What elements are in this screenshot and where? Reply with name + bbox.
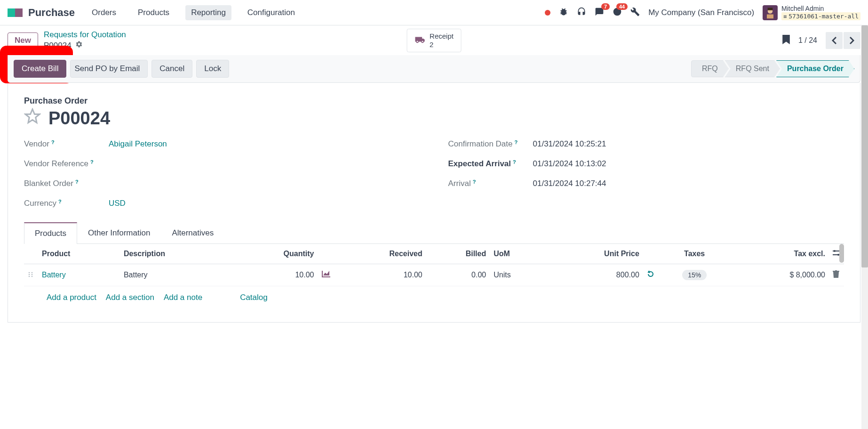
cell-quantity[interactable]: 10.00 bbox=[231, 264, 318, 286]
cancel-button[interactable]: Cancel bbox=[151, 60, 192, 78]
cell-received[interactable]: 10.00 bbox=[334, 264, 426, 286]
currency-label: Currency? bbox=[24, 199, 109, 208]
stage-purchase-order[interactable]: Purchase Order bbox=[776, 60, 854, 77]
help-icon[interactable]: ? bbox=[473, 179, 476, 185]
status-stages: RFQ RFQ Sent Purchase Order bbox=[691, 60, 854, 77]
table-scrollbar[interactable] bbox=[839, 244, 844, 263]
stage-rfq[interactable]: RFQ bbox=[691, 60, 729, 77]
delete-row-icon[interactable] bbox=[829, 264, 844, 286]
col-billed[interactable]: Billed bbox=[426, 244, 490, 264]
receipt-count: 2 bbox=[430, 40, 454, 49]
help-icon[interactable]: ? bbox=[58, 199, 62, 204]
forecast-chart-icon[interactable] bbox=[318, 264, 334, 286]
activities-icon[interactable]: 44 bbox=[613, 7, 622, 18]
catalog-link[interactable]: Catalog bbox=[240, 293, 268, 302]
nav-products[interactable]: Products bbox=[132, 5, 175, 20]
blanket-order-label: Blanket Order? bbox=[24, 179, 109, 188]
receipt-stat-button[interactable]: Receipt 2 bbox=[406, 29, 462, 52]
svg-point-12 bbox=[29, 276, 30, 277]
user-menu[interactable]: Mitchell Admin ≡57361061-master-all bbox=[763, 5, 860, 20]
help-icon[interactable]: ? bbox=[515, 139, 518, 145]
cell-description[interactable]: Battery bbox=[120, 264, 231, 286]
cell-tax-excl: $ 8,000.00 bbox=[731, 264, 829, 286]
messaging-badge: 7 bbox=[601, 3, 610, 10]
tools-icon[interactable] bbox=[630, 7, 640, 18]
arrival-field[interactable]: 01/31/2024 10:27:44 bbox=[533, 179, 606, 188]
col-received[interactable]: Received bbox=[334, 244, 426, 264]
vendor-label: Vendor? bbox=[24, 139, 109, 149]
company-selector[interactable]: My Company (San Francisco) bbox=[648, 8, 754, 17]
expected-arrival-label: Expected Arrival? bbox=[448, 159, 533, 169]
breadcrumb-parent[interactable]: Requests for Quotation bbox=[44, 30, 126, 40]
col-uom[interactable]: UoM bbox=[490, 244, 546, 264]
app-logo[interactable] bbox=[8, 8, 23, 17]
app-name[interactable]: Purchase bbox=[28, 7, 75, 19]
col-tax-excl[interactable]: Tax excl. bbox=[731, 244, 829, 264]
nav-orders[interactable]: Orders bbox=[86, 5, 122, 20]
lock-button[interactable]: Lock bbox=[196, 60, 229, 78]
database-name: ≡57361061-master-all bbox=[781, 12, 860, 20]
messaging-icon[interactable]: 7 bbox=[595, 7, 604, 18]
tab-products[interactable]: Products bbox=[24, 222, 77, 244]
col-unit-price[interactable]: Unit Price bbox=[546, 244, 643, 264]
user-avatar-icon bbox=[763, 5, 778, 20]
svg-point-9 bbox=[32, 272, 32, 273]
nav-reporting[interactable]: Reporting bbox=[185, 5, 231, 20]
arrival-label: Arrival? bbox=[448, 179, 533, 188]
svg-rect-2 bbox=[767, 14, 773, 18]
svg-point-11 bbox=[32, 274, 32, 275]
truck-icon bbox=[414, 35, 425, 46]
bug-icon[interactable] bbox=[559, 7, 568, 18]
add-note-link[interactable]: Add a note bbox=[164, 293, 202, 302]
col-taxes[interactable]: Taxes bbox=[658, 244, 731, 264]
nav-configuration[interactable]: Configuration bbox=[242, 5, 301, 20]
presence-dot-icon[interactable] bbox=[545, 10, 550, 16]
cell-unit-price[interactable]: 800.00 bbox=[546, 264, 643, 286]
bookmark-icon[interactable] bbox=[782, 35, 790, 46]
col-product[interactable]: Product bbox=[38, 244, 120, 264]
vendor-field[interactable]: Abigail Peterson bbox=[109, 139, 167, 149]
add-product-link[interactable]: Add a product bbox=[47, 293, 96, 302]
top-navbar: Purchase Orders Products Reporting Confi… bbox=[0, 0, 868, 25]
col-quantity[interactable]: Quantity bbox=[231, 244, 318, 264]
gear-icon[interactable] bbox=[75, 40, 83, 50]
pager-prev-button[interactable] bbox=[826, 32, 843, 49]
priority-star-icon[interactable] bbox=[24, 108, 41, 129]
database-icon: ≡ bbox=[783, 13, 787, 20]
help-icon[interactable]: ? bbox=[75, 179, 79, 185]
receipt-label: Receipt bbox=[430, 32, 454, 40]
svg-point-13 bbox=[32, 276, 32, 277]
confirmation-date-field: 01/31/2024 10:25:21 bbox=[533, 139, 606, 149]
currency-field[interactable]: USD bbox=[109, 199, 126, 208]
headset-icon[interactable] bbox=[577, 7, 586, 18]
svg-rect-3 bbox=[768, 8, 773, 10]
expected-arrival-field[interactable]: 01/31/2024 10:13:02 bbox=[533, 159, 606, 169]
form-title-label: Purchase Order bbox=[24, 96, 844, 106]
price-refresh-icon[interactable] bbox=[643, 264, 658, 286]
cell-taxes[interactable]: 15% bbox=[682, 270, 707, 280]
help-icon[interactable]: ? bbox=[513, 159, 516, 165]
send-po-button[interactable]: Send PO by Email bbox=[70, 60, 148, 78]
help-icon[interactable]: ? bbox=[90, 159, 94, 165]
user-name: Mitchell Admin bbox=[781, 5, 860, 12]
form-sheet: Purchase Order P00024 Vendor? Abigail Pe… bbox=[8, 83, 860, 323]
page-scrollbar[interactable] bbox=[861, 25, 868, 323]
create-bill-button[interactable]: Create Bill bbox=[14, 60, 66, 78]
notebook-tabs: Products Other Information Alternatives bbox=[24, 222, 844, 244]
confirmation-date-label: Confirmation Date? bbox=[448, 139, 533, 149]
help-icon[interactable]: ? bbox=[51, 139, 55, 145]
tab-other-information[interactable]: Other Information bbox=[77, 222, 161, 243]
stage-rfq-sent[interactable]: RFQ Sent bbox=[725, 60, 780, 77]
col-description[interactable]: Description bbox=[120, 244, 231, 264]
add-section-link[interactable]: Add a section bbox=[106, 293, 154, 302]
tab-alternatives[interactable]: Alternatives bbox=[161, 222, 224, 243]
control-panel: New Requests for Quotation P00024 Receip… bbox=[0, 25, 868, 55]
drag-handle-icon[interactable] bbox=[24, 264, 38, 286]
pager-next-button[interactable] bbox=[844, 32, 860, 49]
table-row[interactable]: Battery Battery 10.00 10.00 0.00 Units 8… bbox=[24, 264, 844, 286]
cell-uom[interactable]: Units bbox=[490, 264, 546, 286]
activities-badge: 44 bbox=[616, 3, 628, 10]
cell-product[interactable]: Battery bbox=[38, 264, 120, 286]
pager-text[interactable]: 1 / 24 bbox=[798, 36, 817, 45]
cell-billed[interactable]: 0.00 bbox=[426, 264, 490, 286]
